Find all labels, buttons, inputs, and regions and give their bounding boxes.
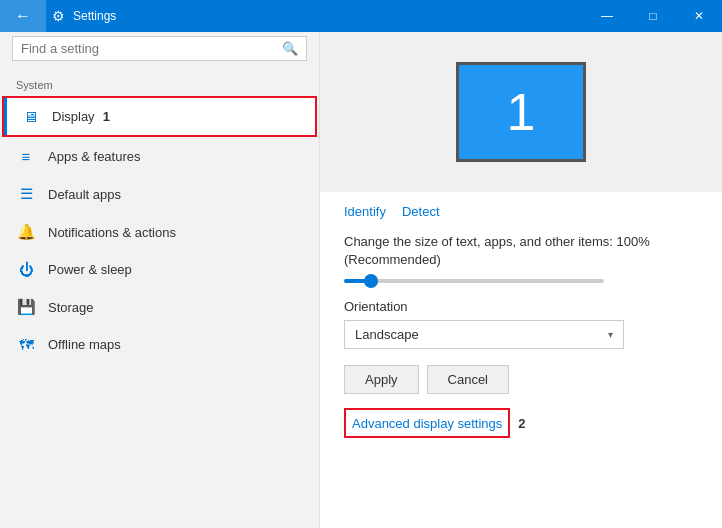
- orientation-select[interactable]: Landscape ▾: [344, 320, 624, 349]
- sidebar-label-notifications: Notifications & actions: [48, 225, 176, 240]
- maximize-button[interactable]: □: [630, 0, 676, 32]
- apps-icon: ≡: [16, 148, 36, 165]
- storage-icon: 💾: [16, 298, 36, 316]
- offline-maps-icon: 🗺: [16, 336, 36, 353]
- sidebar-item-storage[interactable]: 💾 Storage: [0, 288, 319, 326]
- orientation-label: Orientation: [344, 299, 698, 314]
- titlebar-title: Settings: [73, 9, 584, 23]
- badge-2: 2: [518, 416, 525, 431]
- sidebar-item-power[interactable]: ⏻ Power & sleep: [0, 251, 319, 288]
- search-box[interactable]: 🔍: [12, 36, 307, 61]
- window-controls: — □ ✕: [584, 0, 722, 32]
- sidebar-item-default-apps[interactable]: ☰ Default apps: [0, 175, 319, 213]
- chevron-down-icon: ▾: [608, 329, 613, 340]
- sidebar-item-offline-maps[interactable]: 🗺 Offline maps: [0, 326, 319, 363]
- advanced-display-settings-link[interactable]: Advanced display settings: [352, 416, 502, 431]
- detect-button[interactable]: Detect: [402, 204, 440, 219]
- sidebar-label-apps: Apps & features: [48, 149, 141, 164]
- nav-item-display-wrapper: 🖥 Display 1: [2, 96, 317, 137]
- monitor-box: 1: [456, 62, 586, 162]
- apply-button[interactable]: Apply: [344, 365, 419, 394]
- default-apps-icon: ☰: [16, 185, 36, 203]
- display-preview: 1: [320, 32, 722, 192]
- monitor-number: 1: [507, 82, 536, 142]
- section-label: System: [0, 73, 319, 95]
- badge-1: 1: [103, 109, 110, 124]
- sidebar-label-power: Power & sleep: [48, 262, 132, 277]
- content-inner: Identify Detect Change the size of text,…: [320, 192, 722, 454]
- settings-icon: ⚙: [52, 8, 65, 24]
- search-icon: 🔍: [282, 41, 298, 56]
- sidebar-item-display[interactable]: 🖥 Display 1: [4, 98, 315, 135]
- content-panel: 1 Identify Detect Change the size of tex…: [320, 32, 722, 528]
- sidebar-item-notifications[interactable]: 🔔 Notifications & actions: [0, 213, 319, 251]
- advanced-row: Advanced display settings 2: [344, 408, 698, 438]
- power-icon: ⏻: [16, 261, 36, 278]
- orientation-value: Landscape: [355, 327, 419, 342]
- minimize-button[interactable]: —: [584, 0, 630, 32]
- sidebar-item-apps[interactable]: ≡ Apps & features: [0, 138, 319, 175]
- back-icon: ←: [15, 7, 31, 25]
- cancel-button[interactable]: Cancel: [427, 365, 509, 394]
- identify-detect-row: Identify Detect: [344, 204, 698, 219]
- identify-button[interactable]: Identify: [344, 204, 386, 219]
- action-row: Apply Cancel: [344, 365, 698, 394]
- titlebar: ← ⚙ Settings — □ ✕: [0, 0, 722, 32]
- sidebar-label-display: Display: [52, 109, 95, 124]
- search-input[interactable]: [21, 41, 282, 56]
- close-button[interactable]: ✕: [676, 0, 722, 32]
- main-container: 🔍 System 🖥 Display 1 ≡ Apps & features ☰…: [0, 32, 722, 528]
- sidebar-label-storage: Storage: [48, 300, 94, 315]
- display-icon: 🖥: [20, 108, 40, 125]
- size-description: Change the size of text, apps, and other…: [344, 233, 698, 269]
- sidebar: 🔍 System 🖥 Display 1 ≡ Apps & features ☰…: [0, 32, 320, 528]
- notifications-icon: 🔔: [16, 223, 36, 241]
- sidebar-label-default-apps: Default apps: [48, 187, 121, 202]
- advanced-link-wrapper: Advanced display settings: [344, 408, 510, 438]
- size-slider[interactable]: [344, 279, 604, 283]
- back-button[interactable]: ←: [0, 0, 46, 32]
- size-slider-row: [344, 279, 698, 283]
- sidebar-label-offline-maps: Offline maps: [48, 337, 121, 352]
